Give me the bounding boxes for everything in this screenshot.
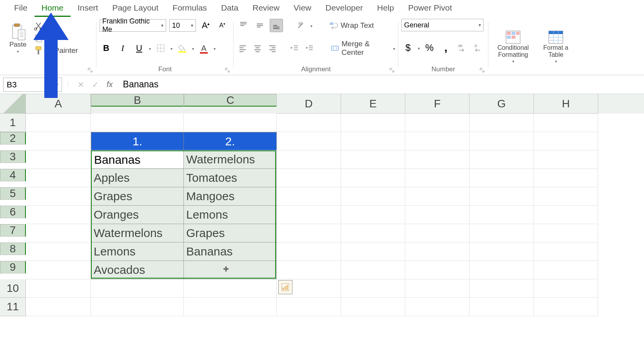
col-header-G[interactable]: G	[470, 94, 534, 114]
tab-power-pivot[interactable]: Power Pivot	[401, 0, 459, 17]
row-header-8[interactable]: 8	[0, 243, 26, 255]
cell-G2[interactable]	[470, 132, 534, 150]
align-middle-button[interactable]	[253, 19, 267, 32]
col-header-H[interactable]: H	[534, 94, 598, 114]
copy-button[interactable]	[32, 33, 45, 43]
chevron-down-icon[interactable]: ▾	[149, 47, 151, 51]
number-format-select[interactable]: General▾	[401, 19, 484, 31]
cell-D2[interactable]	[277, 132, 341, 150]
cut-button[interactable]	[32, 20, 45, 31]
cell-C11[interactable]	[184, 298, 277, 316]
cell-A2[interactable]	[26, 132, 91, 150]
cell-H4[interactable]	[534, 169, 598, 187]
cell-E3[interactable]	[341, 150, 405, 169]
cell-C5[interactable]: Mangoes	[184, 187, 277, 206]
tab-data[interactable]: Data	[214, 0, 245, 17]
row-header-4[interactable]: 4	[0, 169, 26, 181]
cell-F8[interactable]	[405, 243, 470, 261]
cell-H5[interactable]	[534, 187, 598, 206]
tab-file[interactable]: File	[7, 0, 34, 17]
cancel-formula-button[interactable]: ✕	[78, 80, 84, 89]
cell-B10[interactable]	[91, 279, 184, 298]
tab-view[interactable]: View	[287, 0, 318, 17]
cell-H10[interactable]	[534, 279, 598, 298]
align-bottom-button[interactable]	[270, 19, 283, 32]
clipboard-launcher[interactable]	[87, 67, 93, 73]
underline-button[interactable]: U	[132, 42, 146, 55]
cell-D3[interactable]	[277, 150, 341, 169]
row-header-3[interactable]: 3	[0, 150, 26, 163]
cell-H7[interactable]	[534, 224, 598, 243]
bold-button[interactable]: B	[100, 42, 113, 55]
row-header-11[interactable]: 11	[0, 298, 26, 316]
col-header-A[interactable]: A	[26, 94, 91, 114]
cell-A11[interactable]	[26, 298, 91, 316]
chevron-down-icon[interactable]: ▾	[214, 47, 216, 51]
cell-A6[interactable]	[26, 206, 91, 224]
row-header-9[interactable]: 9	[0, 261, 26, 273]
cell-G10[interactable]	[470, 279, 534, 298]
cell-B7[interactable]: Watermelons	[91, 224, 184, 243]
increase-indent-button[interactable]	[304, 42, 316, 55]
cell-G5[interactable]	[470, 187, 534, 206]
name-box[interactable]: B3 ▾	[3, 78, 62, 92]
merge-center-button[interactable]: Merge & Center	[328, 38, 390, 58]
cell-B1[interactable]	[91, 114, 184, 132]
cell-F4[interactable]	[405, 169, 470, 187]
tab-help[interactable]: Help	[370, 0, 401, 17]
number-launcher[interactable]	[479, 67, 485, 73]
cell-C4[interactable]: Tomatoes	[184, 169, 277, 187]
cell-B8[interactable]: Lemons	[91, 243, 184, 261]
cell-E1[interactable]	[341, 114, 405, 132]
cell-A1[interactable]	[26, 114, 91, 132]
cell-F3[interactable]	[405, 150, 470, 169]
font-color-button[interactable]: A	[197, 42, 210, 55]
cell-E2[interactable]	[341, 132, 405, 150]
cell-B3[interactable]: Bananas	[91, 150, 184, 169]
comma-button[interactable]: ,	[439, 41, 453, 54]
chevron-down-icon[interactable]: ▾	[393, 47, 395, 51]
cell-C8[interactable]: Bananas	[184, 243, 277, 261]
borders-button[interactable]	[154, 42, 167, 55]
cell-D6[interactable]	[277, 206, 341, 224]
col-header-C[interactable]: C	[184, 94, 277, 107]
col-header-F[interactable]: F	[405, 94, 470, 114]
cell-E7[interactable]	[341, 224, 405, 243]
cell-C7[interactable]: Grapes	[184, 224, 277, 243]
cell-A10[interactable]	[26, 279, 91, 298]
orientation-button[interactable]: ab	[294, 19, 307, 32]
currency-button[interactable]: $	[401, 41, 415, 54]
align-top-button[interactable]	[237, 19, 250, 32]
cell-G4[interactable]	[470, 169, 534, 187]
cell-G3[interactable]	[470, 150, 534, 169]
cell-H6[interactable]	[534, 206, 598, 224]
cell-F1[interactable]	[405, 114, 470, 132]
cell-E10[interactable]	[341, 279, 405, 298]
decrease-font-button[interactable]: A▾	[216, 19, 229, 32]
alignment-launcher[interactable]	[389, 67, 395, 73]
wrap-text-button[interactable]: ab Wrap Text	[327, 20, 376, 31]
row-header-5[interactable]: 5	[0, 187, 26, 200]
cell-E5[interactable]	[341, 187, 405, 206]
col-header-B[interactable]: B	[91, 94, 184, 107]
cell-H11[interactable]	[534, 298, 598, 316]
font-launcher[interactable]	[224, 67, 230, 73]
cell-F7[interactable]	[405, 224, 470, 243]
row-header-1[interactable]: 1	[0, 114, 26, 132]
spreadsheet-grid[interactable]: ABCDEFGH 121.2.3BananasWatermelons4Apple…	[0, 94, 644, 316]
cell-C10[interactable]	[184, 279, 277, 298]
cell-C2[interactable]: 2.	[184, 132, 277, 150]
cell-A8[interactable]	[26, 243, 91, 261]
cell-H8[interactable]	[534, 243, 598, 261]
format-painter-button[interactable]: at Painter	[32, 45, 80, 56]
cell-G6[interactable]	[470, 206, 534, 224]
italic-button[interactable]: I	[116, 42, 129, 55]
col-header-E[interactable]: E	[341, 94, 405, 114]
tab-developer[interactable]: Developer	[318, 0, 370, 17]
chevron-down-icon[interactable]: ▾	[418, 46, 420, 51]
cell-D8[interactable]	[277, 243, 341, 261]
quick-analysis-button[interactable]	[278, 280, 292, 294]
cell-D7[interactable]	[277, 224, 341, 243]
increase-decimal-button[interactable]: .00	[455, 41, 469, 54]
cell-A3[interactable]	[26, 150, 91, 169]
